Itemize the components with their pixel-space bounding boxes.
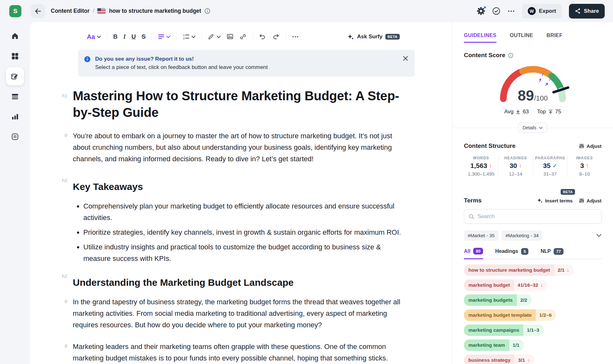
content-score-gauge: 89/100: [495, 61, 571, 105]
terms-tab-all[interactable]: All80: [464, 248, 483, 259]
pen-icon: [208, 33, 215, 40]
stacked-lines-icon: [11, 92, 19, 101]
editor-h1[interactable]: Mastering How to Structure Marketing Bud…: [73, 87, 406, 121]
stat-range: 1,300–1,495: [465, 171, 497, 177]
italic-button[interactable]: I: [120, 30, 128, 43]
alignment-button[interactable]: [155, 30, 173, 43]
stat-label: IMAGES: [569, 156, 600, 160]
checks-button[interactable]: [492, 7, 500, 15]
highlight-button[interactable]: [205, 30, 223, 43]
back-button[interactable]: [31, 4, 45, 18]
home-icon: [11, 32, 19, 40]
app-logo[interactable]: S: [9, 5, 21, 17]
term-chip[interactable]: marketing budget template1/2–6: [464, 309, 556, 321]
strikethrough-button[interactable]: S: [139, 30, 148, 43]
info-icon[interactable]: [508, 53, 513, 58]
editor-h2[interactable]: Key Takeaways: [73, 181, 406, 193]
underline-button[interactable]: U: [129, 30, 139, 43]
chevron-down-icon[interactable]: [596, 234, 602, 237]
hashtag-chip[interactable]: #Marketing - 34: [502, 230, 542, 241]
insert-link-button[interactable]: [237, 30, 249, 43]
details-button[interactable]: Details: [518, 123, 547, 133]
wordpress-icon: W: [528, 7, 536, 15]
adjust-label: Adjust: [587, 143, 602, 149]
sidebar-item-dashboard[interactable]: [6, 47, 24, 65]
bullet-item[interactable]: Prioritize strategies, identify key chan…: [83, 227, 406, 238]
term-count-value: 41/16–32: [518, 282, 538, 288]
term-chip[interactable]: marketing budgets2/2: [464, 294, 532, 306]
content-score-title: Content Score: [464, 52, 505, 59]
term-chip-row: marketing budget41/16–32↓: [464, 279, 602, 291]
info-icon[interactable]: [204, 8, 210, 14]
hashtag-chip[interactable]: #Market - 35: [464, 230, 498, 241]
editor-content: h1Mastering How to Structure Marketing B…: [30, 87, 452, 364]
ask-surfy-label: Ask Surfy: [357, 34, 382, 40]
ask-surfy-button[interactable]: Ask Surfy BETA: [347, 34, 400, 40]
block-body: Mastering How to Structure Marketing Bud…: [73, 87, 406, 130]
term-chip[interactable]: how to structure marketing budget2/1↓: [464, 264, 574, 276]
tab-guidelines[interactable]: GUIDELINES: [464, 33, 496, 43]
toolbar-more-button[interactable]: [289, 30, 302, 43]
terms-title: Terms: [464, 197, 482, 204]
term-count-value: 2/1: [558, 267, 565, 273]
editor-p[interactable]: Marketing leaders and their marketing te…: [73, 341, 406, 364]
banner-close-button[interactable]: [403, 55, 408, 72]
toolbar-divider: [152, 33, 152, 41]
settings-button[interactable]: [477, 7, 485, 15]
terms-actions: BETA Insert terms Adjust: [537, 198, 602, 203]
terms-tab-headings[interactable]: Headings5: [495, 248, 528, 259]
hashtag-pills: #Market - 35#Marketing - 34: [464, 230, 542, 241]
term-chip[interactable]: marketing campaigns1/1–3: [464, 324, 544, 336]
insert-image-button[interactable]: [223, 30, 237, 43]
sidebar-item-content-editor[interactable]: [6, 67, 24, 85]
chevron-down-icon: [539, 127, 543, 129]
editor-p[interactable]: You’re about to embark on a journey to m…: [73, 130, 406, 165]
editor-p[interactable]: In the grand tapestry of business strate…: [73, 296, 406, 331]
block-type-label: p: [30, 130, 73, 175]
bullet-item[interactable]: Utilize industry insights and practical …: [83, 241, 406, 264]
undo-button[interactable]: [256, 30, 269, 43]
bullet-item[interactable]: Comprehensively plan your marketing budg…: [83, 201, 406, 224]
tab-brief[interactable]: BRIEF: [547, 33, 563, 43]
left-sidebar: [0, 22, 30, 364]
term-count-value: 1/1: [513, 342, 520, 348]
editor-h2[interactable]: Understanding the Marketing Budget Lands…: [73, 277, 406, 289]
editor-block: h1Mastering How to Structure Marketing B…: [30, 87, 452, 130]
document-title[interactable]: how to structure marketing budget: [109, 8, 201, 14]
toolbar-divider: [201, 33, 202, 41]
share-button[interactable]: Share: [569, 4, 605, 19]
terms-adjust-button[interactable]: Adjust: [579, 198, 602, 203]
stat-number: 30: [510, 162, 517, 170]
search-input[interactable]: [478, 213, 597, 220]
breadcrumb-root[interactable]: Content Editor: [51, 8, 90, 14]
block-type-label: p: [30, 296, 73, 341]
sidebar-item-audit[interactable]: [6, 128, 24, 146]
redo-button[interactable]: [269, 30, 282, 43]
sliders-icon: [579, 198, 584, 203]
terms-tab-nlp[interactable]: NLP77: [541, 248, 563, 259]
chevron-down-icon: [217, 36, 221, 38]
structure-adjust-button[interactable]: Adjust: [579, 143, 602, 149]
term-text: marketing campaigns: [464, 324, 523, 336]
sidebar-item-analytics[interactable]: [6, 108, 24, 125]
terms-search[interactable]: [464, 209, 602, 224]
insert-terms-button[interactable]: BETA Insert terms: [537, 198, 572, 203]
more-options-button[interactable]: [507, 7, 515, 15]
export-button[interactable]: W Export: [522, 4, 562, 19]
tab-count-badge: 77: [554, 248, 563, 255]
sidebar-item-home[interactable]: [6, 27, 24, 45]
avg-label: Avg: [504, 109, 513, 115]
text-style-button[interactable]: Aa: [84, 30, 104, 43]
numbered-list-icon: 12: [183, 34, 190, 40]
term-chip[interactable]: marketing budget41/16–32↓: [464, 279, 547, 291]
list-button[interactable]: 12: [180, 30, 198, 43]
tab-outline[interactable]: OUTLINE: [510, 33, 533, 43]
term-chip[interactable]: business strategy3/1↓: [464, 354, 534, 364]
terms-chip-list: how to structure marketing budget2/1↓mar…: [464, 264, 602, 364]
bold-button[interactable]: B: [110, 30, 121, 43]
sidebar-item-documents[interactable]: [6, 87, 24, 105]
term-chip[interactable]: marketing team1/1: [464, 339, 524, 351]
score-display: 89/100: [495, 87, 571, 104]
bold-glyph: B: [113, 33, 118, 40]
structure-stats: WORDS1,563↓1,300–1,495HEADINGS30↓12–14PA…: [464, 155, 602, 177]
